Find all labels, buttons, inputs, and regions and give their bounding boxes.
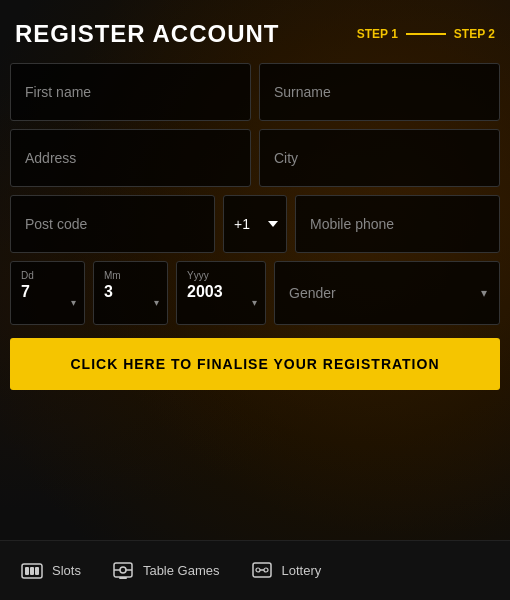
step1-label: STEP 1 bbox=[357, 27, 398, 41]
page-title: REGISTER ACCOUNT bbox=[15, 20, 279, 48]
dob-year-wrapper: Yyyy 2003 2000 1995 1990 1985 ▾ bbox=[176, 261, 266, 325]
day-label: Dd bbox=[21, 270, 74, 281]
nav-item-slots[interactable]: Slots bbox=[20, 559, 81, 583]
mobile-phone-input[interactable] bbox=[295, 195, 500, 253]
address-input[interactable] bbox=[10, 129, 251, 187]
svg-point-11 bbox=[264, 568, 268, 572]
finalise-registration-button[interactable]: CLICK HERE TO FINALISE YOUR REGISTRATION bbox=[10, 338, 500, 390]
dob-day-select[interactable]: 7 1 2 3 4 5 6 8 bbox=[21, 283, 74, 300]
table-games-label: Table Games bbox=[143, 563, 220, 578]
svg-rect-8 bbox=[119, 577, 127, 579]
phone-row: +1 +44 +61 +33 +49 bbox=[10, 195, 500, 253]
svg-rect-3 bbox=[35, 567, 39, 575]
dob-year-select[interactable]: 2003 2000 1995 1990 1985 bbox=[187, 283, 255, 300]
nav-item-lottery[interactable]: Lottery bbox=[250, 559, 322, 583]
address-row bbox=[10, 129, 500, 187]
month-label: Mm bbox=[104, 270, 157, 281]
first-name-input[interactable] bbox=[10, 63, 251, 121]
registration-form: +1 +44 +61 +33 +49 Dd 7 1 2 3 4 5 6 bbox=[10, 63, 500, 390]
gender-wrapper: Gender Male Female Other ▾ bbox=[274, 261, 500, 325]
steps-indicator: STEP 1 STEP 2 bbox=[357, 27, 495, 41]
svg-point-5 bbox=[120, 567, 126, 573]
step-line bbox=[406, 33, 446, 35]
table-games-icon bbox=[111, 559, 135, 583]
city-input[interactable] bbox=[259, 129, 500, 187]
header: REGISTER ACCOUNT STEP 1 STEP 2 bbox=[10, 20, 500, 48]
bottom-nav: Slots Table Games Lottery bbox=[0, 540, 510, 600]
svg-rect-2 bbox=[30, 567, 34, 575]
slots-icon bbox=[20, 559, 44, 583]
dob-month-select[interactable]: 3 1 2 4 12 bbox=[104, 283, 157, 300]
dob-month-wrapper: Mm 3 1 2 4 12 ▾ bbox=[93, 261, 168, 325]
lottery-icon bbox=[250, 559, 274, 583]
svg-point-10 bbox=[256, 568, 260, 572]
gender-select[interactable]: Gender Male Female Other bbox=[289, 285, 485, 301]
nav-item-table-games[interactable]: Table Games bbox=[111, 559, 220, 583]
name-row bbox=[10, 63, 500, 121]
date-gender-row: Dd 7 1 2 3 4 5 6 8 ▾ Mm 3 1 bbox=[10, 261, 500, 325]
country-code-select[interactable]: +1 +44 +61 +33 +49 bbox=[223, 195, 287, 253]
surname-input[interactable] bbox=[259, 63, 500, 121]
dob-day-wrapper: Dd 7 1 2 3 4 5 6 8 ▾ bbox=[10, 261, 85, 325]
svg-rect-1 bbox=[25, 567, 29, 575]
post-code-input[interactable] bbox=[10, 195, 215, 253]
lottery-label: Lottery bbox=[282, 563, 322, 578]
step2-label: STEP 2 bbox=[454, 27, 495, 41]
slots-label: Slots bbox=[52, 563, 81, 578]
year-label: Yyyy bbox=[187, 270, 255, 281]
